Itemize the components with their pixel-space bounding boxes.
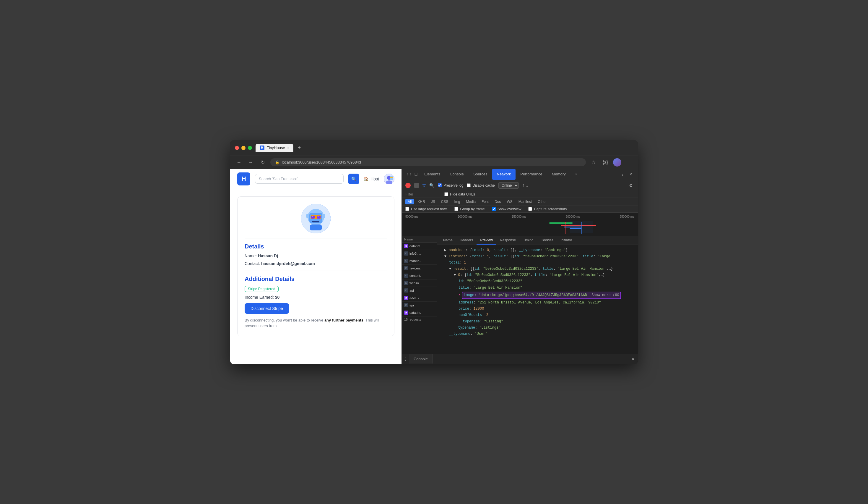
new-tab-button[interactable]: +	[296, 144, 303, 151]
req-type-xhr[interactable]: XHR	[415, 199, 427, 204]
account-button[interactable]	[613, 158, 621, 167]
req-icon-img: ▣	[404, 244, 408, 248]
extensions-button[interactable]: {s}	[601, 158, 609, 167]
req-type-css[interactable]: CSS	[439, 199, 451, 204]
tab-close-button[interactable]: ×	[288, 146, 289, 150]
devtools-more-button[interactable]: ⋮	[619, 171, 626, 178]
tab-elements[interactable]: Elements	[420, 169, 445, 180]
user-avatar[interactable]	[384, 174, 394, 184]
json-total-line: total: 1	[440, 260, 636, 266]
disconnect-stripe-button[interactable]: Disconnect Stripe	[245, 303, 289, 314]
name-value: Hassan Dj	[258, 253, 278, 258]
console-tab-button[interactable]: Console	[409, 354, 433, 363]
traffic-lights	[235, 146, 252, 150]
warning-prefix: By disconnecting, you won't be able to r…	[245, 318, 324, 322]
show-more-label[interactable]: Show more (60	[591, 293, 619, 297]
menu-button[interactable]: ⋮	[625, 158, 633, 167]
detail-tab-preview[interactable]: Preview	[477, 236, 496, 245]
close-window-button[interactable]	[235, 146, 239, 150]
detail-panel: Name Headers Preview Response Timing Coo…	[437, 236, 638, 354]
detail-tab-initiator[interactable]: Initiator	[557, 236, 576, 245]
capture-screenshots-option[interactable]: Capture screenshots	[528, 207, 567, 211]
devtools-cursor-icon[interactable]: ⬚	[405, 171, 412, 178]
list-item[interactable]: ▣ data:im.	[402, 243, 437, 250]
tab-console[interactable]: Console	[445, 169, 468, 180]
group-by-frame-option[interactable]: Group by frame	[454, 207, 485, 211]
list-item[interactable]: □ favicon.	[402, 265, 437, 272]
devtools-device-icon[interactable]: □	[412, 171, 420, 178]
tab-favicon: H	[260, 145, 265, 150]
tab-performance[interactable]: Performance	[516, 169, 547, 180]
forward-button[interactable]: →	[247, 158, 255, 167]
income-row: Income Earned: $0	[245, 295, 387, 300]
req-type-ws[interactable]: WS	[504, 199, 515, 204]
req-type-font[interactable]: Font	[479, 199, 491, 204]
devtools-close-button[interactable]: ×	[627, 171, 634, 178]
reload-button[interactable]: ↻	[259, 158, 267, 167]
req-item-name: api	[410, 289, 414, 292]
timeline-label-2: 100000 ms	[458, 215, 472, 218]
bookmark-button[interactable]: ☆	[589, 158, 598, 167]
list-item[interactable]: ▣ AAuE7..	[402, 294, 437, 302]
detail-tab-timing[interactable]: Timing	[519, 236, 537, 245]
stop-button[interactable]	[414, 183, 419, 188]
list-item[interactable]: □ info?t=..	[402, 250, 437, 257]
throttle-selector[interactable]: Online	[498, 182, 519, 189]
filter-icon[interactable]: ▽	[423, 183, 426, 188]
timeline-chart	[405, 220, 634, 234]
list-item[interactable]: □ api	[402, 302, 437, 309]
req-type-img[interactable]: Img	[452, 199, 462, 204]
search-bar[interactable]: Search 'San Fransisco'	[255, 174, 344, 184]
address-bar: ← → ↻ 🔒 localhost:3000/user/108344566333…	[230, 155, 638, 169]
list-item[interactable]: □ manife..	[402, 257, 437, 265]
detail-tab-cookies[interactable]: Cookies	[537, 236, 557, 245]
detail-tab-name[interactable]: Name	[440, 236, 456, 245]
upload-download-icons: ↑ ↓	[522, 183, 528, 188]
search-button[interactable]: 🔍	[348, 174, 359, 184]
webpage-panel: H Search 'San Fransisco' 🔍 🏠 Host	[230, 169, 402, 364]
tab-memory[interactable]: Memory	[547, 169, 570, 180]
req-type-all[interactable]: All	[405, 199, 414, 204]
svg-rect-24	[570, 221, 593, 233]
req-icon-doc: □	[404, 281, 408, 285]
back-button[interactable]: ←	[235, 158, 243, 167]
json-typename-user: __typename: "User"	[440, 331, 636, 337]
minimize-window-button[interactable]	[241, 146, 246, 150]
list-item[interactable]: □ webso..	[402, 280, 437, 287]
timeline-label-3: 150000 ms	[512, 215, 526, 218]
detail-tab-response[interactable]: Response	[496, 236, 519, 245]
req-icon-doc: □	[404, 303, 408, 307]
url-bar[interactable]: 🔒 localhost:3000/user/108344566333457696…	[270, 158, 586, 166]
search-devtools-icon[interactable]: 🔍	[429, 183, 434, 188]
list-item[interactable]: □ content.	[402, 272, 437, 280]
tab-network[interactable]: Network	[492, 169, 516, 180]
hide-data-urls-checkbox[interactable]: Hide data URLs	[444, 192, 475, 196]
console-drawer-icon[interactable]: ⋮	[402, 355, 409, 363]
image-value-highlight: image: "data:image/jpeg;base64,/9j/4AAQS…	[462, 292, 621, 299]
detail-tab-headers[interactable]: Headers	[456, 236, 477, 245]
tab-more[interactable]: »	[570, 169, 582, 180]
filter-input[interactable]	[405, 192, 441, 196]
json-result-open: ▼ result: [{id: "5e0be3cbe6c3cd0326a1223…	[440, 266, 636, 272]
browser-window: H TinyHouse × + ← → ↻ 🔒 localhost:3000/u…	[230, 140, 638, 364]
req-type-manifest[interactable]: Manifest	[516, 199, 534, 204]
request-panel: Name ▣ data:im. □ info?t=.. □ manife..	[402, 236, 638, 354]
disable-cache-checkbox[interactable]: Disable cache	[467, 183, 495, 188]
browser-tab-active[interactable]: H TinyHouse ×	[256, 144, 293, 152]
record-button[interactable]	[405, 183, 411, 188]
req-type-other[interactable]: Other	[535, 199, 549, 204]
list-item[interactable]: ▣ data:im.	[402, 309, 437, 316]
req-type-media[interactable]: Media	[464, 199, 478, 204]
list-item[interactable]: □ api	[402, 287, 437, 294]
large-rows-option[interactable]: Use large request rows	[405, 207, 447, 211]
preserve-log-checkbox[interactable]: Preserve log	[438, 183, 463, 188]
show-overview-option[interactable]: Show overview	[492, 207, 521, 211]
income-value: $0	[275, 295, 280, 300]
console-close-button[interactable]: ×	[628, 354, 638, 364]
tab-sources[interactable]: Sources	[468, 169, 492, 180]
req-type-js[interactable]: JS	[429, 199, 437, 204]
host-link[interactable]: 🏠 Host	[364, 177, 379, 181]
devtools-settings-icon[interactable]: ⚙	[627, 182, 634, 189]
req-type-doc[interactable]: Doc	[492, 199, 503, 204]
fullscreen-window-button[interactable]	[248, 146, 252, 150]
